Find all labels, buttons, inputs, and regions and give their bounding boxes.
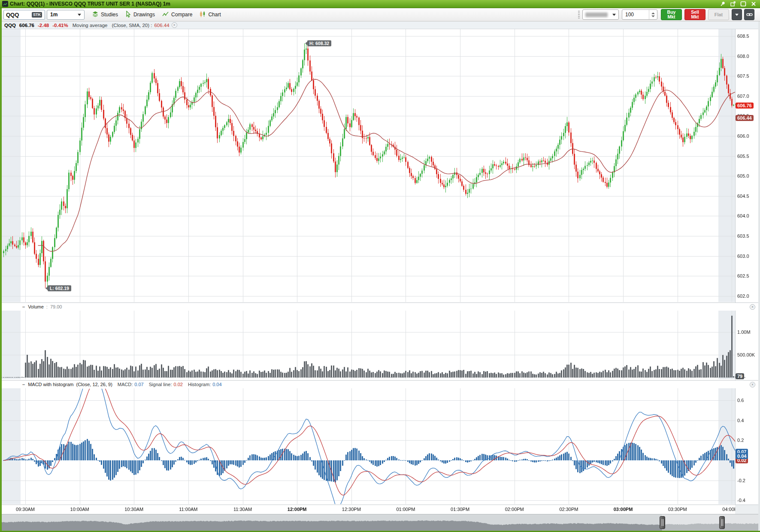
legend-last-price: 606.76 bbox=[19, 23, 34, 28]
navigator-preview bbox=[0, 514, 760, 531]
volume-value: 79.00 bbox=[50, 304, 62, 309]
pin-icon[interactable] bbox=[719, 1, 726, 7]
studies-button[interactable]: Studies bbox=[92, 11, 118, 18]
studies-label: Studies bbox=[101, 12, 118, 18]
flat-button[interactable]: Flat bbox=[708, 9, 729, 20]
compare-label: Compare bbox=[171, 12, 192, 18]
drawings-label: Drawings bbox=[133, 12, 155, 18]
last-price-badge: 606.76 bbox=[736, 103, 754, 109]
chart-toolbar: STK 1m Studies Drawings Compare bbox=[0, 8, 760, 21]
sma-study-name: Moving average bbox=[73, 23, 108, 28]
window-titlebar[interactable]: Chart: QQQ(1) - INVESCO QQQ TRUST UNIT S… bbox=[0, 0, 760, 8]
order-options-button[interactable] bbox=[732, 9, 742, 20]
sma-study-value: 606.44 bbox=[154, 23, 169, 28]
toolbar-drag-handle[interactable] bbox=[578, 11, 580, 18]
chevron-down-icon bbox=[612, 14, 616, 16]
symbol-field[interactable]: STK bbox=[3, 10, 45, 20]
close-volume-panel-icon[interactable]: × bbox=[750, 304, 755, 310]
time-label: 10:30AM bbox=[124, 507, 143, 512]
time-label: 03:00PM bbox=[614, 507, 633, 512]
quantity-input[interactable] bbox=[622, 10, 646, 19]
legend-symbol: QQQ bbox=[4, 23, 16, 28]
macd-value-label: MACD: bbox=[118, 382, 133, 387]
time-label: 01:30PM bbox=[451, 507, 469, 512]
chart-type-button[interactable]: Chart bbox=[200, 11, 221, 19]
compare-icon bbox=[162, 11, 169, 18]
time-label: 11:00AM bbox=[179, 507, 197, 512]
time-axis-gutter bbox=[735, 505, 760, 514]
close-macd-panel-icon[interactable]: × bbox=[750, 382, 755, 387]
time-axis: 09:30AM10:00AM10:30AM11:00AM11:30AM12:00… bbox=[0, 505, 760, 514]
timeframe-value: 1m bbox=[50, 12, 58, 18]
day-low-marker: L: 602.19 bbox=[48, 285, 71, 291]
volume-last-badge: 79 bbox=[736, 373, 744, 379]
time-label: 02:00PM bbox=[505, 507, 524, 512]
time-label: 04:00PM bbox=[722, 507, 735, 512]
quantity-down-icon[interactable] bbox=[651, 15, 655, 17]
account-redacted-value bbox=[585, 12, 608, 17]
time-label: 12:00PM bbox=[288, 507, 307, 512]
histogram-value-label: Histogram: bbox=[188, 382, 211, 387]
cursor-arrow-icon bbox=[125, 11, 131, 19]
chart-legend-row: QQQ 606.76 -2.48 -0.41% Moving average (… bbox=[0, 21, 760, 29]
navigator-left-handle[interactable] bbox=[660, 516, 665, 529]
drawings-button[interactable]: Drawings bbox=[125, 11, 155, 19]
time-label: 10:00AM bbox=[70, 507, 89, 512]
symbol-input[interactable] bbox=[5, 11, 32, 18]
link-button[interactable] bbox=[744, 9, 754, 20]
remove-study-icon[interactable]: × bbox=[172, 22, 177, 28]
maximize-icon[interactable] bbox=[740, 1, 746, 7]
quantity-stepper[interactable] bbox=[622, 9, 657, 20]
window-title: Chart: QQQ(1) - INVESCO QQQ TRUST UNIT S… bbox=[10, 1, 170, 7]
chart-type-label: Chart bbox=[208, 12, 221, 18]
candlestick-icon bbox=[200, 11, 206, 19]
chevron-down-icon bbox=[735, 14, 739, 16]
account-select[interactable] bbox=[582, 9, 619, 20]
macd-title: MACD with histogram bbox=[28, 382, 73, 387]
window-border-left bbox=[0, 8, 2, 532]
macd-panel-header: – MACD with histogram (Close, 12, 26, 9)… bbox=[0, 380, 760, 388]
day-high-marker: H: 608.32 bbox=[307, 40, 331, 46]
time-label: 09:30AM bbox=[16, 507, 35, 512]
time-label: 11:30AM bbox=[233, 507, 252, 512]
volume-separator: : bbox=[46, 304, 48, 309]
collapse-icon[interactable]: – bbox=[22, 304, 25, 309]
collapse-icon[interactable]: – bbox=[22, 382, 25, 387]
sma-study-params: (Close, SMA, 20) : bbox=[112, 23, 152, 28]
chart-plot-area[interactable] bbox=[0, 0, 760, 532]
volume-title: Volume bbox=[28, 304, 44, 309]
time-label: 12:30PM bbox=[342, 507, 361, 512]
chart-navigator[interactable] bbox=[0, 514, 760, 531]
close-icon[interactable] bbox=[750, 1, 757, 7]
time-label: 01:00PM bbox=[396, 507, 415, 512]
macd-value: 0.07 bbox=[134, 382, 143, 387]
compare-button[interactable]: Compare bbox=[162, 11, 192, 18]
legend-change-pct: -0.41% bbox=[52, 23, 68, 28]
popout-icon[interactable] bbox=[730, 1, 736, 7]
window-border-right bbox=[758, 21, 760, 532]
time-label: 02:30PM bbox=[559, 507, 578, 512]
chart-app-icon bbox=[2, 1, 8, 7]
time-label: 03:30PM bbox=[668, 507, 687, 512]
chevron-down-icon bbox=[78, 14, 81, 16]
sma-price-badge: 606.44 bbox=[736, 115, 754, 121]
histogram-badge: 0.04 bbox=[736, 453, 748, 459]
signal-value-label: Signal line: bbox=[149, 382, 172, 387]
buy-market-button[interactable]: Buy Mkt bbox=[661, 9, 682, 20]
histogram-value: 0.04 bbox=[212, 382, 221, 387]
timeframe-select[interactable]: 1m bbox=[47, 10, 85, 20]
security-type-badge: STK bbox=[32, 12, 42, 18]
volume-panel-header: – Volume : 79.00 × bbox=[0, 302, 760, 311]
macd-params: (Close, 12, 26, 9) bbox=[76, 382, 112, 387]
studies-icon bbox=[92, 11, 99, 18]
navigator-right-handle[interactable] bbox=[719, 516, 725, 529]
signal-value: 0.02 bbox=[174, 382, 183, 387]
legend-change: -2.48 bbox=[38, 23, 49, 28]
sell-market-button[interactable]: Sell Mkt bbox=[684, 9, 705, 20]
quantity-up-icon[interactable] bbox=[651, 12, 655, 14]
chart-window: Chart: QQQ(1) - INVESCO QQQ TRUST UNIT S… bbox=[0, 0, 760, 532]
